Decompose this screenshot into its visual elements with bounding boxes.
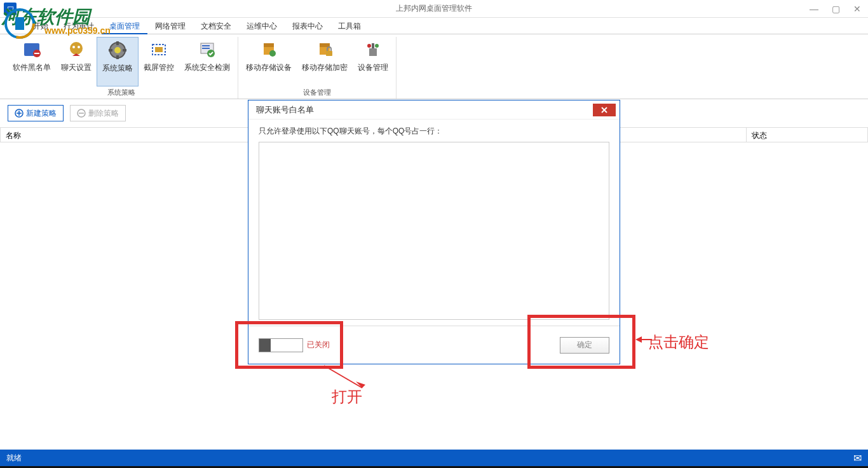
svg-point-7 xyxy=(72,46,75,48)
menu-network-mgmt[interactable]: 网络管理 xyxy=(147,18,193,34)
ribbon-label: 系统安全检测 xyxy=(184,62,230,73)
svg-rect-26 xyxy=(326,51,332,56)
ribbon-label: 设备管理 xyxy=(358,62,388,73)
encrypt-icon xyxy=(315,39,335,60)
menu-desktop-mgmt[interactable]: 桌面管理 xyxy=(102,18,147,34)
ribbon-label: 移动存储加密 xyxy=(302,62,348,73)
statusbar: 就绪 ✉ xyxy=(0,450,868,466)
dialog-body: 只允许登录使用以下QQ聊天账号，每个QQ号占一行： xyxy=(248,120,620,329)
svg-rect-16 xyxy=(155,47,163,52)
ribbon-group-device: 移动存储设备 移动存储加密 设备管理 设备管理 xyxy=(238,37,397,99)
plus-icon xyxy=(15,109,24,118)
status-ready: 就绪 xyxy=(6,453,22,464)
dialog-footer: 已关闭 确定 xyxy=(248,326,620,364)
menu-toolbox[interactable]: 工具箱 xyxy=(330,18,369,34)
ribbon: 软件黑名单 聊天设置 系统策略 截屏管控 系统安全检测 系统策略 xyxy=(0,34,868,99)
ribbon-encrypt[interactable]: 移动存储加密 xyxy=(297,37,353,86)
window-title: 上邦内网桌面管理软件 xyxy=(396,3,472,14)
minimize-button[interactable]: — xyxy=(803,0,825,18)
ribbon-security[interactable]: 系统安全检测 xyxy=(179,37,235,86)
menu-doc-security[interactable]: 文档安全 xyxy=(193,18,239,34)
maximize-button[interactable]: ▢ xyxy=(825,0,846,18)
svg-rect-22 xyxy=(264,43,274,47)
annotation-click-ok: 点击确定 xyxy=(648,332,709,352)
svg-point-29 xyxy=(367,44,371,48)
security-icon xyxy=(197,39,217,60)
menu-behavior-audit[interactable]: 行为审计 xyxy=(56,18,102,34)
delete-policy-button[interactable]: 删除策略 xyxy=(70,105,126,121)
ribbon-screenshot[interactable]: 截屏管控 xyxy=(139,37,179,86)
ribbon-label: 聊天设置 xyxy=(61,62,92,73)
close-button[interactable]: ✕ xyxy=(846,0,868,18)
minus-icon xyxy=(77,109,86,118)
device-icon xyxy=(363,39,383,60)
svg-rect-18 xyxy=(202,45,210,46)
ribbon-group-policy: 软件黑名单 聊天设置 系统策略 截屏管控 系统安全检测 系统策略 xyxy=(5,37,238,99)
svg-rect-11 xyxy=(116,41,119,45)
svg-marker-36 xyxy=(635,336,642,343)
menu-ops-center[interactable]: 运维中心 xyxy=(239,18,285,34)
toggle-wrap: 已关闭 xyxy=(259,338,330,352)
svg-rect-27 xyxy=(369,48,377,56)
svg-rect-14 xyxy=(123,49,126,52)
chat-icon xyxy=(66,39,86,60)
ribbon-device[interactable]: 设备管理 xyxy=(353,37,393,86)
dialog-hint: 只允许登录使用以下QQ聊天账号，每个QQ号占一行： xyxy=(259,126,609,137)
ribbon-storage[interactable]: 移动存储设备 xyxy=(241,37,297,86)
ribbon-group-label: 系统策略 xyxy=(8,86,235,99)
titlebar: 🛡 上邦内网桌面管理软件 — ▢ ✕ xyxy=(0,0,868,18)
dialog-header: 聊天账号白名单 xyxy=(248,100,620,120)
menubar: 开始 行为审计 桌面管理 网络管理 文档安全 运维中心 报表中心 工具箱 xyxy=(0,18,868,34)
svg-point-30 xyxy=(375,44,379,48)
ribbon-policy[interactable]: 系统策略 xyxy=(97,37,139,86)
ribbon-label: 截屏管控 xyxy=(144,62,174,73)
new-policy-button[interactable]: 新建策略 xyxy=(8,105,64,121)
svg-rect-5 xyxy=(34,53,39,54)
whitelist-dialog: 聊天账号白名单 只允许登录使用以下QQ聊天账号，每个QQ号占一行： 已关闭 确定 xyxy=(248,100,620,364)
svg-point-23 xyxy=(269,50,276,57)
storage-icon xyxy=(259,39,279,60)
close-icon xyxy=(600,106,608,114)
svg-point-10 xyxy=(114,47,121,53)
column-status[interactable]: 状态 xyxy=(747,128,867,142)
toggle-knob xyxy=(259,339,271,352)
ribbon-group-label: 设备管理 xyxy=(241,86,393,99)
qq-whitelist-textarea[interactable] xyxy=(259,142,609,320)
svg-point-6 xyxy=(70,42,83,55)
screenshot-icon xyxy=(149,39,169,60)
svg-rect-13 xyxy=(109,49,112,52)
dialog-title: 聊天账号白名单 xyxy=(256,104,314,116)
dialog-close-button[interactable] xyxy=(593,104,616,116)
menu-start[interactable]: 开始 xyxy=(25,18,56,34)
ribbon-label: 系统策略 xyxy=(102,63,133,74)
svg-point-8 xyxy=(78,46,80,48)
annotation-open: 打开 xyxy=(332,387,362,407)
enable-toggle[interactable] xyxy=(259,338,303,352)
ribbon-blacklist[interactable]: 软件黑名单 xyxy=(8,37,56,86)
window-controls: — ▢ ✕ xyxy=(803,0,868,18)
ribbon-chat[interactable]: 聊天设置 xyxy=(56,37,97,86)
svg-rect-19 xyxy=(202,48,210,49)
svg-rect-25 xyxy=(320,43,330,47)
svg-rect-12 xyxy=(116,55,119,59)
ribbon-label: 移动存储设备 xyxy=(246,62,292,73)
blacklist-icon xyxy=(22,39,42,60)
policy-icon xyxy=(107,40,128,60)
app-icon: 🛡 xyxy=(4,3,17,15)
mail-icon[interactable]: ✉ xyxy=(853,452,862,464)
svg-line-33 xyxy=(324,366,362,388)
ribbon-label: 软件黑名单 xyxy=(13,62,51,73)
toggle-label: 已关闭 xyxy=(307,340,330,350)
menu-report-center[interactable]: 报表中心 xyxy=(285,18,330,34)
svg-rect-28 xyxy=(372,43,374,48)
ok-button[interactable]: 确定 xyxy=(560,337,609,354)
